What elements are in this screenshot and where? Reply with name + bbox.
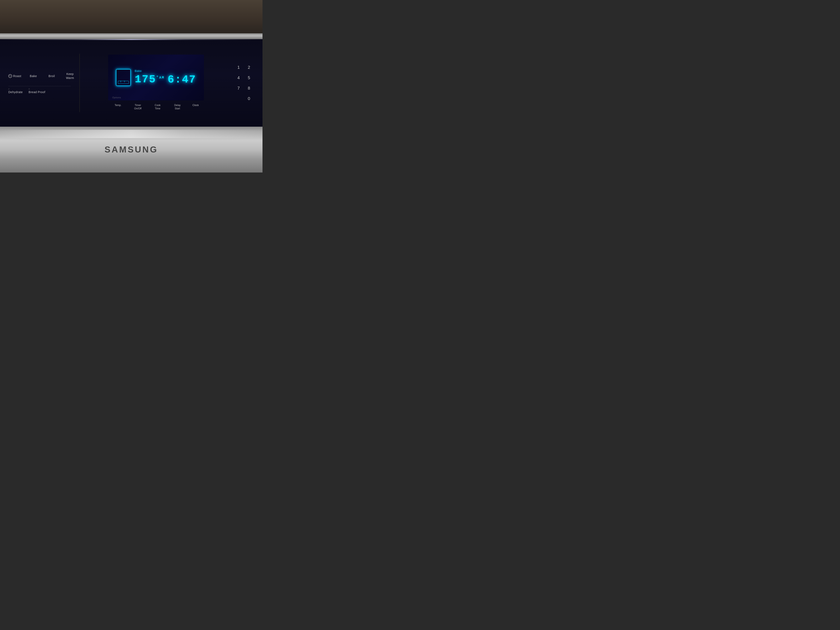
delay-start-button[interactable]: Delay Start (171, 103, 184, 111)
bake-mode-label: Bake (135, 69, 142, 73)
panel-glow (0, 39, 262, 40)
key-0[interactable]: 0 (244, 93, 254, 104)
keep-warm-button[interactable]: Keep Warm (64, 72, 76, 80)
roast-icon: ↻ (8, 74, 12, 78)
time-display: 6:47 (168, 74, 196, 86)
wall-background (0, 0, 262, 33)
key-2[interactable]: 2 (244, 62, 254, 73)
left-button-section: ↻ Roast Bake Broil Keep Warm 2 Dehydrate… (8, 39, 76, 127)
heating-lines: ⌇ ⌇ (120, 81, 126, 82)
cook-time-button[interactable]: Cook Time (151, 103, 164, 111)
key-1[interactable]: 1 (233, 62, 244, 73)
lower-button-row: 2 Dehydrate 3 Bread Proof (8, 90, 76, 94)
oven-icon: ⌇ ⌇ (116, 69, 131, 86)
key-5[interactable]: 5 (244, 73, 254, 83)
roast-button[interactable]: ↻ Roast (8, 74, 21, 78)
top-strip (0, 33, 262, 39)
control-panel: ↻ Roast Bake Broil Keep Warm 2 Dehydrate… (0, 39, 262, 127)
display-screen: ⌇ ⌇ Bake 175°AM 6:47 Options (108, 55, 204, 100)
readings-row: 175°AM 6:47 (135, 74, 196, 86)
bake-button[interactable]: Bake (27, 74, 39, 78)
bottom-button-row: Temp. Timer On/Off Cook Time Delay Start… (108, 103, 204, 111)
vertical-separator (79, 54, 80, 112)
number-pad: 1 2 4 5 7 8 0 (233, 62, 254, 104)
dehydrate-button[interactable]: 2 Dehydrate (8, 90, 23, 94)
bread-proof-button[interactable]: 3 Bread Proof (28, 90, 45, 94)
options-label: Options (112, 96, 121, 99)
display-area: ⌇ ⌇ Bake 175°AM 6:47 Options Temp. Timer… (83, 55, 229, 111)
temp-button[interactable]: Temp. (111, 103, 125, 111)
key-8[interactable]: 8 (244, 83, 254, 93)
upper-button-row: ↻ Roast Bake Broil Keep Warm (8, 72, 76, 80)
display-info: Bake 175°AM 6:47 (135, 69, 196, 86)
clock-button[interactable]: Clock (190, 103, 201, 111)
key-4[interactable]: 4 (233, 73, 244, 83)
samsung-logo: SAMSUNG (104, 145, 158, 155)
temperature-display: 175°AM (135, 74, 164, 85)
am-label: AM (159, 76, 164, 80)
broil-button[interactable]: Broil (46, 74, 58, 78)
bottom-handle-strip: SAMSUNG (0, 127, 262, 172)
key-7[interactable]: 7 (233, 83, 244, 93)
timer-onoff-button[interactable]: Timer On/Off (131, 103, 145, 111)
